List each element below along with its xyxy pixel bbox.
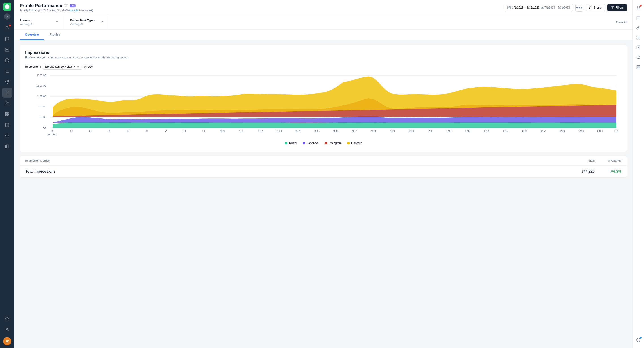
post-types-filter-label: Twitter Post Types xyxy=(70,19,95,22)
content-area: Impressions Review how your content was … xyxy=(14,40,632,348)
svg-point-41 xyxy=(579,7,580,8)
sidebar-item-send[interactable] xyxy=(2,77,12,87)
main-content: Profile Performance AI Activity from Aug… xyxy=(14,0,632,348)
filter-bar: Sources Viewing all Twitter Post Types V… xyxy=(14,15,632,30)
filters-label: Filters xyxy=(616,6,624,9)
svg-text:8: 8 xyxy=(183,130,186,133)
impressions-title: Impressions xyxy=(25,50,622,55)
header: Profile Performance AI Activity from Aug… xyxy=(14,0,632,15)
chart-by-label: by Day xyxy=(84,65,93,68)
impressions-chart: 0 5K 10K 15K 20K 25K 1 2 xyxy=(25,73,622,136)
svg-text:15K: 15K xyxy=(36,95,46,98)
tabs-bar: Overview Profiles xyxy=(14,30,632,40)
timezone-link[interactable]: multiple xyxy=(69,9,78,12)
sidebar-item-search[interactable] xyxy=(2,131,12,141)
svg-marker-28 xyxy=(5,317,9,321)
user-avatar[interactable]: JK xyxy=(3,337,11,345)
right-comment-button[interactable] xyxy=(634,14,643,22)
svg-rect-92 xyxy=(639,36,640,37)
svg-text:0: 0 xyxy=(43,126,46,129)
svg-text:11: 11 xyxy=(238,130,244,133)
right-add-button[interactable] xyxy=(634,43,643,52)
impressions-card: Impressions Review how your content was … xyxy=(20,45,627,152)
svg-text:18: 18 xyxy=(371,130,376,133)
header-subtitle: Activity from Aug 1, 2023 - Aug 31, 2023… xyxy=(20,9,93,12)
right-link-button[interactable] xyxy=(634,23,643,32)
share-button[interactable]: Share xyxy=(586,4,605,11)
tab-profiles[interactable]: Profiles xyxy=(44,30,66,40)
instagram-dot xyxy=(325,142,327,144)
svg-point-42 xyxy=(581,7,582,8)
sidebar-item-integrations[interactable] xyxy=(2,109,12,119)
facebook-label: Facebook xyxy=(306,141,319,145)
svg-text:26: 26 xyxy=(522,130,527,133)
post-types-filter[interactable]: Twitter Post Types Viewing all xyxy=(64,15,109,29)
svg-point-40 xyxy=(577,7,578,8)
svg-text:6: 6 xyxy=(146,130,148,133)
chart-controls: Impressions Breakdown by Network by Day xyxy=(25,64,622,70)
svg-text:3: 3 xyxy=(89,130,92,133)
clear-all-button[interactable]: Clear All xyxy=(616,19,627,26)
svg-line-33 xyxy=(7,329,8,330)
sidebar-item-add[interactable] xyxy=(2,120,12,130)
more-options-button[interactable] xyxy=(575,4,584,12)
sidebar-item-alerts[interactable] xyxy=(2,56,12,65)
sidebar-item-list[interactable] xyxy=(2,66,12,76)
svg-text:AUG: AUG xyxy=(47,133,58,136)
sidebar-item-table[interactable] xyxy=(2,141,12,151)
sidebar-item-stars[interactable] xyxy=(2,314,12,324)
svg-line-99 xyxy=(639,58,640,59)
svg-rect-18 xyxy=(6,115,7,116)
svg-point-14 xyxy=(6,102,8,103)
svg-text:17: 17 xyxy=(352,130,358,133)
sidebar: JK xyxy=(0,0,14,348)
right-grid-button[interactable] xyxy=(634,33,643,42)
svg-text:27: 27 xyxy=(541,130,546,133)
sidebar-item-team[interactable] xyxy=(2,99,12,108)
svg-rect-15 xyxy=(6,113,7,114)
filters-button[interactable]: Filters xyxy=(607,4,627,11)
impressions-subtitle: Review how your content was seen across … xyxy=(25,56,622,59)
linkedin-dot xyxy=(347,142,350,144)
instagram-label: Instagram xyxy=(329,141,342,145)
page-title: Profile Performance xyxy=(20,3,62,8)
sidebar-item-inbox[interactable] xyxy=(2,45,12,55)
sidebar-item-notifications[interactable] xyxy=(2,23,12,33)
svg-line-32 xyxy=(6,329,7,330)
total-impressions-label: Total Impressions xyxy=(25,169,568,173)
favorite-star-icon[interactable] xyxy=(64,3,68,8)
svg-text:12: 12 xyxy=(258,130,263,133)
legend-linkedin: LinkedIn xyxy=(347,141,362,145)
metrics-card: Impression Metrics Totals % Change Total… xyxy=(20,156,627,178)
change-arrow-icon: ↗ xyxy=(610,169,613,173)
app-logo[interactable] xyxy=(3,3,11,11)
tab-overview[interactable]: Overview xyxy=(20,30,44,40)
sidebar-item-analytics[interactable] xyxy=(2,88,12,98)
sidebar-item-comments[interactable] xyxy=(2,34,12,44)
svg-text:2: 2 xyxy=(70,130,73,133)
metrics-header-label: Impression Metrics xyxy=(25,159,568,162)
svg-text:4: 4 xyxy=(108,130,111,133)
svg-point-22 xyxy=(6,134,8,137)
svg-point-29 xyxy=(7,328,8,329)
right-table-button[interactable] xyxy=(634,63,643,72)
right-help-dot xyxy=(640,337,642,338)
svg-text:24: 24 xyxy=(484,130,490,133)
sidebar-item-nodes[interactable] xyxy=(2,325,12,334)
right-help-button[interactable] xyxy=(634,335,643,344)
svg-line-23 xyxy=(8,137,9,137)
metrics-header-change: % Change xyxy=(594,159,622,162)
svg-text:25K: 25K xyxy=(36,74,46,77)
svg-rect-91 xyxy=(636,36,638,37)
linkedin-label: LinkedIn xyxy=(351,141,362,145)
breakdown-dropdown[interactable]: Breakdown by Network xyxy=(43,64,82,70)
breakdown-dropdown-label: Breakdown by Network xyxy=(45,65,75,68)
sidebar-collapse-toggle[interactable] xyxy=(4,14,10,20)
right-search-button[interactable] xyxy=(634,53,643,62)
svg-rect-24 xyxy=(6,145,9,148)
right-notifications-button[interactable] xyxy=(634,4,643,13)
svg-rect-94 xyxy=(636,38,638,39)
svg-point-104 xyxy=(636,338,640,342)
date-range-button[interactable]: 8/1/2023 – 8/31/2023 vs 7/1/2023 – 7/31/… xyxy=(504,4,573,12)
sources-filter[interactable]: Sources Viewing all xyxy=(20,15,64,29)
